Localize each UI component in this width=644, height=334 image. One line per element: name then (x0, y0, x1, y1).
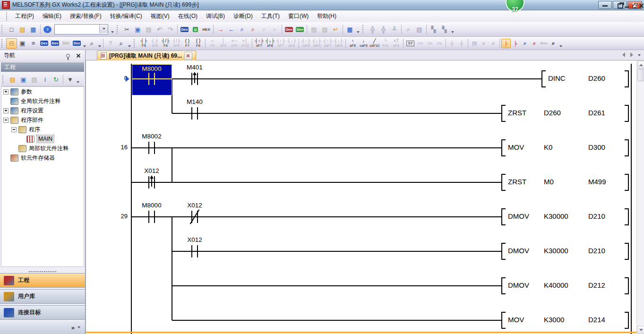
tree-item-程序设置[interactable]: 程序设置 (1, 106, 84, 115)
collapse-icon[interactable] (11, 127, 17, 132)
hex-display-icon[interactable]: HEX (201, 24, 212, 34)
collapse-bar[interactable]: » (0, 321, 85, 334)
menu-item-8[interactable]: 诊断(D) (229, 10, 257, 22)
pulse-negated-2-button[interactable]: ┤↓├saF6 (311, 37, 322, 49)
write-to-plc-icon[interactable]: → (215, 24, 226, 34)
delete-line-button[interactable]: ×TaF9 (391, 37, 402, 49)
tree-item-局部软元件注释[interactable]: 局部软元件注释 (1, 144, 84, 153)
toolbar-grip[interactable] (134, 39, 137, 48)
statement-icon[interactable]: ▤ (470, 39, 479, 48)
contact-X012[interactable] (187, 240, 202, 262)
paste-item-icon[interactable]: ▤ (29, 74, 40, 85)
edit-mode-2-icon[interactable]: ▭ (425, 39, 435, 48)
note-find-2-icon[interactable]: ⌕ (489, 39, 498, 48)
device-display-icon-dropdown[interactable] (82, 38, 86, 49)
cut-icon[interactable]: ✂ (121, 24, 132, 34)
nav-button-用户库[interactable]: 用户库 (0, 289, 85, 304)
monitor-mode-icon[interactable]: ▥ (190, 24, 201, 34)
edit-mode-1-icon[interactable]: ▭ (416, 39, 425, 48)
contact-M401[interactable] (187, 68, 202, 90)
extra-tool-1-icon[interactable]: ╬ (367, 24, 378, 34)
contact-M8002[interactable] (144, 137, 159, 159)
menu-item-1[interactable]: 工程(P) (11, 10, 38, 22)
parallel-closed-contact-button[interactable]: ┤/├sF6 (171, 37, 182, 49)
menu-item-10[interactable]: 窗口(W) (284, 10, 313, 22)
mdi-minimize-button[interactable] (624, 2, 630, 9)
pulse-negated-3-button[interactable]: ┤↑├saF7 (322, 37, 333, 49)
edit-mode-3-icon[interactable]: ▭ (435, 39, 444, 48)
parallel-falling-pulse-button[interactable]: ┤↓├aF8 (286, 37, 297, 49)
new-item-icon[interactable]: ▤ (7, 74, 18, 85)
mdi-close-button[interactable] (638, 2, 644, 9)
minimize-button[interactable] (598, 1, 612, 9)
menu-item-7[interactable]: 调试(B) (202, 10, 229, 22)
nav-button-工程[interactable]: 工程 (0, 273, 85, 288)
extra-tool-5-icon[interactable]: ▤ (414, 24, 425, 34)
module-config-icon[interactable]: ▣ (17, 38, 28, 49)
invert-result-button[interactable]: ↑aF5 (347, 37, 358, 49)
watch-window-2-icon[interactable]: ▤ (319, 24, 330, 34)
monitor-stop-icon[interactable]: ⌕ (248, 24, 258, 34)
extra-tool-4-icon[interactable]: ⌕ (403, 24, 414, 34)
undo-icon[interactable]: ↶ (154, 24, 165, 34)
toolbar-overflow-icon[interactable] (127, 38, 132, 49)
toolbar-overflow-icon[interactable] (110, 24, 115, 34)
wire-draw-icon[interactable]: ┼ (447, 39, 457, 48)
parallel-open-contact-button[interactable]: ┤├sF5 (149, 37, 160, 49)
toolbar-combo-input[interactable] (55, 25, 101, 33)
monitor-resume-icon[interactable]: ⌕ (269, 24, 280, 34)
save-project-icon[interactable]: ▦ (28, 24, 39, 34)
ladder-color-edit-icon[interactable]: ╞ (511, 39, 520, 48)
filter-icon-dropdown[interactable] (76, 74, 80, 85)
collapse-icon[interactable] (3, 118, 9, 123)
extra-tool-7-icon[interactable]: ▚ (439, 24, 450, 34)
ladder-canvas[interactable]: M8000M401M140M8002X012M8000X012X012DINCD… (86, 60, 644, 334)
tree-item-软元件存储器[interactable]: 软元件存储器 (1, 153, 84, 163)
pc-monitor-icon[interactable]: ▦ (344, 24, 355, 34)
application-instruction-button[interactable]: { }F8 (193, 37, 204, 49)
tree-item-参数[interactable]: 参数 (1, 87, 84, 96)
contact-M8000[interactable] (144, 206, 159, 228)
ladder-branch-display-icon[interactable]: ╞ (501, 39, 511, 48)
device-find-icon-dropdown[interactable] (97, 38, 102, 49)
device-ccl-icon[interactable]: Dev (60, 38, 71, 49)
toolbar-overflow-icon[interactable] (355, 24, 361, 34)
find-device-blue-icon[interactable]: ⌕ (520, 39, 530, 48)
pin-icon[interactable] (66, 54, 70, 58)
open-project-icon[interactable]: ▤ (17, 24, 28, 34)
watch-window-1-icon[interactable]: ▤ (309, 24, 319, 34)
toolbar-grip[interactable] (117, 25, 120, 34)
horizontal-line-button[interactable]: ─F9 (207, 37, 218, 49)
toolbar-grip[interactable] (362, 25, 365, 34)
toolbar-grip[interactable] (2, 75, 5, 84)
toolbar-grip[interactable] (1, 39, 4, 48)
new-project-icon[interactable]: □ (6, 24, 17, 34)
tab-main-program[interactable]: [PRG]读取 MAIN (只读) 69... (97, 51, 196, 61)
zoom-icon[interactable]: ⌕ (549, 39, 558, 48)
device-monitor-1-icon[interactable]: Dev (283, 24, 294, 34)
copy-item-icon[interactable]: ▣ (18, 74, 29, 85)
menu-item-3[interactable]: 搜索/替换(F) (66, 10, 106, 22)
toolbar-overflow-icon[interactable] (450, 24, 455, 34)
wire-delete-icon[interactable]: ┼ (457, 39, 466, 48)
menu-item-11[interactable]: 帮助(H) (313, 10, 341, 22)
nav-button-连接目标[interactable]: 连接目标 (0, 305, 85, 320)
paste-icon[interactable]: ▤ (143, 24, 154, 34)
pulse-negated-1-button[interactable]: ┤↑├saF5 (301, 37, 311, 49)
open-contact-button[interactable]: ┤├F5 (138, 37, 149, 49)
contact-X012[interactable] (187, 206, 202, 228)
slash-button[interactable]: ╱caF10 (369, 37, 380, 49)
falling-pulse-button[interactable]: ┤↓├sF8 (265, 37, 275, 49)
monitor-pause-icon[interactable]: ⌕ (258, 24, 269, 34)
find-binoculars-icon[interactable]: ⌕ (116, 38, 127, 49)
menu-item-5[interactable]: 视图(V) (146, 10, 174, 22)
combo-dropdown-icon[interactable] (99, 25, 108, 33)
device-find-icon[interactable]: ⌕ (86, 38, 97, 49)
scroll-down-icon[interactable] (637, 326, 644, 334)
contact-M140[interactable] (187, 103, 202, 124)
rising-pulse-button[interactable]: ┤↑├sF7 (254, 37, 265, 49)
expand-icon[interactable] (3, 89, 9, 94)
delete-vertical-line-button[interactable]: ×│cF10 (240, 37, 250, 49)
draw-line-button[interactable]: └F10 (380, 37, 391, 49)
property-icon[interactable]: i (40, 74, 51, 85)
